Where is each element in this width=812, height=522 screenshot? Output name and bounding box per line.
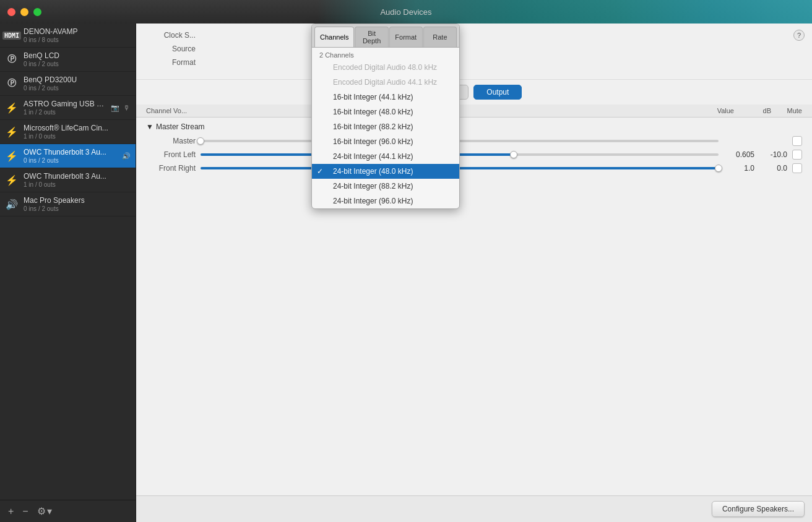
usb-icon: ⚡ <box>6 126 18 138</box>
sidebar-item-denon-avamp[interactable]: HDMI DENON-AVAMP 0 ins / 8 outs <box>0 24 136 48</box>
output-button[interactable]: Output <box>473 85 522 100</box>
dropdown-item[interactable]: 24-bit Integer (88.2 kHz) <box>312 179 459 194</box>
channel-mute-checkbox[interactable] <box>792 150 802 160</box>
dropdown-item[interactable]: 24-bit Integer (44.1 kHz) <box>312 149 459 164</box>
device-name: OWC Thunderbolt 3 Au... <box>24 148 117 156</box>
close-button[interactable] <box>7 8 15 16</box>
device-info: OWC Thunderbolt 3 Au... 0 ins / 2 outs <box>24 148 117 164</box>
dropdown-item-label: 24-bit Integer (96.0 kHz) <box>333 197 413 205</box>
slider-thumb[interactable] <box>715 165 722 172</box>
sidebar-item-benq-pd3200u[interactable]: Ⓟ BenQ PD3200U 0 ins / 2 outs <box>0 72 136 96</box>
camera-icon: 📷 <box>111 103 119 112</box>
device-sub: 0 ins / 2 outs <box>24 85 126 92</box>
device-extra: 🔊 <box>122 152 131 160</box>
channel-rows: Master Front Left 0.605 -10.0 Front Righ… <box>146 136 802 173</box>
sidebar: HDMI DENON-AVAMP 0 ins / 8 outs Ⓟ BenQ L… <box>0 24 136 522</box>
dropdown-item[interactable]: 16-bit Integer (44.1 kHz) <box>312 90 459 105</box>
speaker-icon: 🔊 <box>6 199 18 210</box>
device-name: Microsoft® LifeCam Cin... <box>24 124 126 132</box>
clock-source-row: Clock S... <box>146 31 802 40</box>
channel-mute-checkbox[interactable] <box>792 136 802 146</box>
device-extra: 📷🎙 <box>111 103 131 112</box>
help-button[interactable]: ? <box>793 30 805 41</box>
format-row: Format <box>146 58 802 67</box>
dropdown-item-label: 16-bit Integer (48.0 kHz) <box>333 108 413 116</box>
device-sub: 1 in / 0 outs <box>24 181 126 188</box>
channel-label: Front Left <box>146 150 196 159</box>
dropdown-tab-bit-depth[interactable]: Bit Depth <box>355 27 388 47</box>
titlebar: Audio Devices <box>0 0 812 24</box>
dropdown-item[interactable]: 16-bit Integer (96.0 kHz) <box>312 134 459 149</box>
sidebar-item-benq-lcd[interactable]: Ⓟ BenQ LCD 0 ins / 2 outs <box>0 48 136 72</box>
dropdown-item-label: 16-bit Integer (96.0 kHz) <box>333 137 413 146</box>
device-sub: 1 in / 0 outs <box>24 133 126 140</box>
usb-icon: ⚡ <box>6 102 18 114</box>
device-name: BenQ PD3200U <box>24 75 126 84</box>
slider-thumb[interactable] <box>510 151 517 158</box>
sidebar-item-astro-gaming[interactable]: ⚡ ASTRO Gaming USB Mi... 1 in / 2 outs 📷… <box>0 96 136 120</box>
chevron-down-icon: ▾ <box>47 505 52 517</box>
dropdown-item[interactable]: 24-bit Integer (96.0 kHz) <box>312 194 459 208</box>
displayport-icon: Ⓟ <box>7 78 16 89</box>
triangle-icon: ▼ <box>146 122 153 131</box>
device-sub: 0 ins / 8 outs <box>24 36 126 43</box>
sidebar-item-owc-tb3-2[interactable]: ⚡ OWC Thunderbolt 3 Au... 1 in / 0 outs <box>0 168 136 192</box>
checkmark-icon: ✓ <box>317 167 327 176</box>
table-header: Channel Vo... Value dB Mute <box>136 105 812 118</box>
device-icon: ⚡ <box>5 149 19 163</box>
remove-device-button[interactable]: − <box>19 505 31 518</box>
dropdown-tab-rate[interactable]: Rate <box>423 27 457 47</box>
source-label: Source <box>146 45 196 53</box>
clock-source-label: Clock S... <box>146 31 196 40</box>
minimize-button[interactable] <box>20 8 28 16</box>
slider-thumb[interactable] <box>197 137 204 145</box>
settings-button[interactable]: ⚙ ▾ <box>34 504 55 518</box>
device-info: ASTRO Gaming USB Mi... 1 in / 2 outs <box>24 100 106 116</box>
io-toggle: Input Output <box>136 80 812 105</box>
dropdown-tab-format[interactable]: Format <box>389 27 423 47</box>
dropdown-item: Encoded Digital Audio 44.1 kHz <box>312 75 459 90</box>
add-device-button[interactable]: + <box>5 505 17 518</box>
device-sub: 0 ins / 2 outs <box>24 157 117 164</box>
dropdown-item-label: 24-bit Integer (88.2 kHz) <box>333 182 413 190</box>
dropdown-item[interactable]: ✓24-bit Integer (48.0 kHz) <box>312 164 459 179</box>
displayport-icon: Ⓟ <box>7 54 16 65</box>
channel-value: 0.605 <box>723 150 754 159</box>
dropdown-tab-bar: ChannelsBit DepthFormatRate <box>312 24 459 48</box>
sidebar-item-microsoft-lifecam[interactable]: ⚡ Microsoft® LifeCam Cin... 1 in / 0 out… <box>0 120 136 144</box>
source-row: Source <box>146 45 802 53</box>
hdmi-icon: HDMI <box>2 32 21 40</box>
master-stream-title: ▼ Master Stream <box>146 122 802 131</box>
content-area: Clock S... Source Format Input Output Ch… <box>136 24 812 522</box>
speaker-extra-icon: 🔊 <box>122 152 131 160</box>
device-name: ASTRO Gaming USB Mi... <box>24 100 106 108</box>
format-label: Format <box>146 58 196 67</box>
dropdown-tab-channels[interactable]: Channels <box>314 27 354 47</box>
mic-icon: 🎙 <box>122 103 131 112</box>
device-list: HDMI DENON-AVAMP 0 ins / 8 outs Ⓟ BenQ L… <box>0 24 136 216</box>
device-icon: 🔊 <box>5 197 19 211</box>
value-header: Value <box>685 107 734 114</box>
device-icon: HDMI <box>5 28 19 42</box>
mute-header: Mute <box>771 107 802 114</box>
dropdown-item-label: 16-bit Integer (88.2 kHz) <box>333 122 413 131</box>
dropdown-item-label: 24-bit Integer (44.1 kHz) <box>333 152 413 161</box>
dropdown-item[interactable]: 16-bit Integer (48.0 kHz) <box>312 105 459 119</box>
configure-speakers-button[interactable]: Configure Speakers... <box>712 501 805 517</box>
dropdown-section-title: 2 Channels <box>312 48 459 60</box>
device-icon: ⚡ <box>5 125 19 139</box>
channel-db: 0.0 <box>759 164 787 173</box>
sidebar-item-mac-pro-speakers[interactable]: 🔊 Mac Pro Speakers 0 ins / 2 outs <box>0 192 136 216</box>
channel-mute-checkbox[interactable] <box>792 163 802 173</box>
format-dropdown: ChannelsBit DepthFormatRate 2 Channels E… <box>311 24 460 209</box>
maximize-button[interactable] <box>33 8 41 16</box>
window-title: Audio Devices <box>380 7 431 17</box>
device-info: DENON-AVAMP 0 ins / 8 outs <box>24 27 126 43</box>
device-icon: ⚡ <box>5 101 19 114</box>
device-name: OWC Thunderbolt 3 Au... <box>24 172 126 181</box>
channel-row-front-right: Front Right 1.0 0.0 <box>146 163 802 173</box>
dropdown-item[interactable]: 16-bit Integer (88.2 kHz) <box>312 119 459 134</box>
device-sub: 0 ins / 2 outs <box>24 205 126 212</box>
sidebar-item-owc-tb3-1[interactable]: ⚡ OWC Thunderbolt 3 Au... 0 ins / 2 outs… <box>0 144 136 168</box>
dropdown-item-label: 24-bit Integer (48.0 kHz) <box>333 167 413 176</box>
